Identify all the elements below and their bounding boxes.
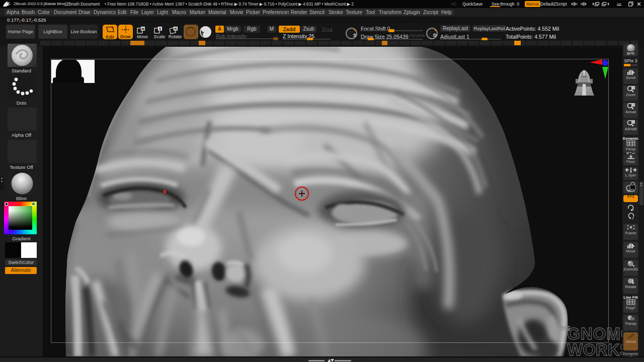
svg-text:Y: Y — [632, 209, 634, 211]
svg-text:S: S — [353, 33, 356, 38]
svg-text:THE: THE — [560, 326, 570, 331]
svg-text:D: D — [433, 33, 437, 38]
svg-text:R: R — [174, 27, 177, 31]
svg-text:M: M — [141, 27, 144, 31]
svg-text:S: S — [159, 27, 162, 31]
svg-text:Z: Z — [632, 217, 634, 219]
svg-text:WORKSHOP: WORKSHOP — [567, 340, 622, 356]
